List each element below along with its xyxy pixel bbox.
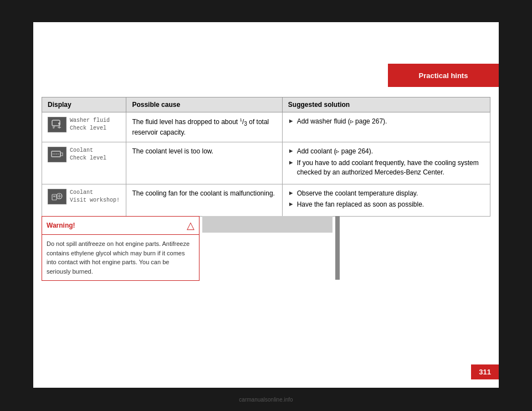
arrow-icon: ► (288, 200, 294, 208)
table-row: CoolantVisit workshop! The cooling fan f… (42, 184, 490, 217)
coolant-level-icon (48, 147, 66, 162)
cause-cell-coolant-low: The coolant level is too low. (126, 142, 282, 184)
warning-triangle-icon: △ (187, 219, 195, 232)
coolant-fan-display-text: CoolantVisit workshop! (70, 189, 120, 204)
svg-point-3 (58, 122, 60, 125)
page-number: 311 (471, 364, 499, 379)
watermark: carmanualsonline.info (0, 397, 532, 403)
table-row: CoolantCheck level The coolant level is … (42, 142, 490, 184)
display-cell-washer: Washer fluidCheck level (42, 112, 126, 142)
note-box (202, 216, 332, 233)
solution-cell-coolant-low: ► Add coolant (▹ page 264). ► If you hav… (282, 142, 490, 184)
warning-header: Warning! △ (42, 217, 199, 235)
arrow-icon: ► (288, 147, 294, 155)
content-area: Display Possible cause Suggested solutio… (42, 97, 490, 217)
coolant-fan-icon (48, 189, 66, 204)
display-cell-coolant-low: CoolantCheck level (42, 142, 126, 184)
cause-cell-washer: The fluid level has dropped to about 1/3… (126, 112, 282, 142)
col-header-solution: Suggested solution (282, 97, 490, 112)
warning-text: Do not spill antifreeze on hot engine pa… (42, 235, 199, 280)
coolant-low-display-text: CoolantCheck level (70, 147, 106, 162)
gray-sidebar-bar (335, 216, 340, 280)
arrow-icon: ► (288, 158, 294, 167)
arrow-icon: ► (288, 117, 294, 125)
washer-fluid-icon (48, 117, 66, 132)
col-header-cause: Possible cause (126, 97, 282, 112)
warning-box: Warning! △ Do not spill antifreeze on ho… (42, 216, 200, 281)
cause-cell-coolant-fan: The cooling fan for the coolant is malfu… (126, 184, 282, 217)
data-table: Display Possible cause Suggested solutio… (42, 97, 490, 217)
warning-label: Warning! (47, 222, 75, 229)
svg-rect-10 (53, 196, 55, 197)
section-tab: Practical hints (388, 64, 499, 87)
display-cell-coolant-fan: CoolantVisit workshop! (42, 184, 126, 217)
table-row: Washer fluidCheck level The fluid level … (42, 112, 490, 142)
arrow-icon: ► (288, 189, 294, 197)
col-header-display: Display (42, 97, 126, 112)
section-tab-label: Practical hints (419, 71, 468, 80)
solution-cell-coolant-fan: ► Observe the coolant temperature displa… (282, 184, 490, 217)
solution-cell-washer: ► Add washer fluid (▹ page 267). (282, 112, 490, 142)
washer-display-text: Washer fluidCheck level (70, 117, 110, 132)
